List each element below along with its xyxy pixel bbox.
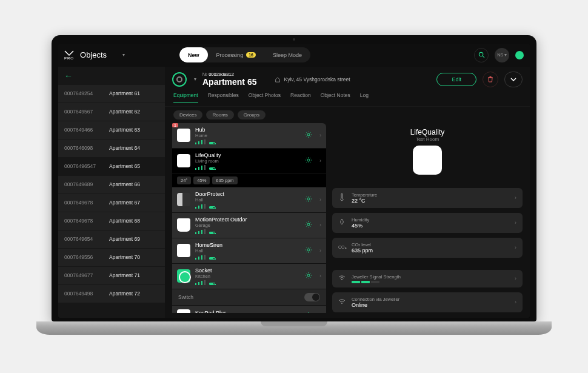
humidity-icon [338, 218, 347, 227]
chevron-right-icon: › [319, 273, 321, 279]
chevron-down-icon[interactable]: ▾ [194, 76, 196, 82]
gear-icon[interactable] [305, 156, 312, 165]
object-list: 0007649254Apartment 61 0007649567Apartme… [58, 85, 165, 318]
tab-object-notes[interactable]: Object Notes [321, 92, 350, 102]
brand-logo: PRO [64, 50, 74, 60]
user-avatar[interactable]: NS ▾ [495, 48, 509, 62]
co2-icon: CO₂ [338, 244, 347, 251]
device-icon [177, 269, 190, 283]
object-item[interactable]: 0007649689Apartment 66 [58, 176, 165, 194]
filter-devices[interactable]: Devices [173, 110, 202, 119]
object-item[interactable]: 0007649254Apartment 61 [58, 85, 165, 103]
gear-icon[interactable] [305, 195, 312, 204]
filter-rooms[interactable]: Rooms [206, 110, 233, 119]
camera [293, 38, 295, 41]
tab-processing[interactable]: Processing 16 [208, 47, 264, 62]
device-item-socket[interactable]: SocketKitchen › [172, 264, 326, 289]
svg-point-3 [307, 159, 310, 161]
object-sidebar: ← 0007649254Apartment 61 0007649567Apart… [58, 67, 165, 318]
detail-device-image [413, 146, 442, 175]
section-dropdown[interactable]: Objects ▾ [80, 50, 125, 59]
object-number: № 00029da812 [202, 72, 256, 77]
processing-count-badge: 16 [246, 52, 256, 58]
object-item[interactable]: 0007649556Apartment 70 [58, 249, 165, 267]
search-icon [478, 52, 485, 58]
main-panel: ▾ № 00029da812 Apartment 65 Kyiv, 45 Vys… [165, 67, 530, 318]
tab-log[interactable]: Log [360, 92, 369, 102]
svg-text:CO₂: CO₂ [338, 245, 347, 249]
object-item-selected[interactable]: 00076496547Apartment 65 [58, 158, 165, 176]
gear-icon[interactable] [305, 221, 312, 229]
chevron-down-icon: ▾ [122, 52, 125, 58]
detail-title: LifeQuality [332, 128, 523, 136]
device-readings: 24° 45% 635 ppm [172, 174, 326, 187]
gear-icon[interactable] [305, 246, 312, 255]
svg-point-4 [307, 198, 310, 200]
metric-co2[interactable]: CO₂ CO₂ level635 ppm › [332, 238, 523, 258]
svg-point-11 [341, 303, 342, 304]
section-label: Objects [80, 50, 107, 59]
edit-button[interactable]: Edit [436, 73, 476, 86]
tab-responsibles[interactable]: Responsibles [208, 92, 239, 102]
trash-icon [487, 76, 493, 82]
device-item-keypad[interactable]: KeyPad PlusHall › [172, 306, 326, 313]
chevron-right-icon: › [515, 244, 516, 250]
metric-humidity[interactable]: Humidity45% › [332, 213, 523, 233]
alert-badge: 1 [172, 123, 178, 127]
object-item[interactable]: 0007649466Apartment 63 [58, 121, 165, 139]
expand-button[interactable] [504, 72, 523, 87]
switch-toggle[interactable] [304, 293, 320, 301]
metric-temperature[interactable]: Temperature22 °C › [332, 188, 523, 208]
object-item[interactable]: 0007649498Apartment 72 [58, 285, 165, 303]
laptop-base [36, 321, 552, 335]
tab-object-photos[interactable]: Object Photos [249, 92, 281, 102]
search-button[interactable] [474, 48, 489, 62]
device-item-hub[interactable]: 1 Hub Home › [172, 123, 326, 148]
detail-panel: LifeQuality Test Room Temperature22 °C › [332, 123, 523, 313]
device-item-homesiren[interactable]: HomeSirenHall › [172, 238, 326, 263]
tab-equipment[interactable]: Equipment [173, 92, 198, 102]
device-icon [177, 154, 190, 167]
object-item[interactable]: 0007646098Apartment 64 [58, 139, 165, 158]
filter-groups[interactable]: Groups [238, 110, 266, 119]
svg-point-5 [307, 223, 310, 226]
object-item[interactable]: 0007649678Apartment 67 [58, 194, 165, 212]
top-bar: PRO Objects ▾ New Processing 16 Sleep Mo… [58, 44, 530, 67]
tab-reaction[interactable]: Reaction [290, 92, 311, 102]
chevron-right-icon: › [515, 275, 516, 281]
object-title: Apartment 65 [202, 77, 256, 87]
signal-icon [338, 298, 347, 306]
delete-button[interactable] [483, 72, 498, 87]
object-item[interactable]: 0007649567Apartment 62 [58, 103, 165, 121]
gear-icon[interactable] [305, 131, 312, 139]
chevron-right-icon: › [319, 247, 321, 254]
device-item-motionprotect[interactable]: MotionProtect OutdorGarage › [172, 213, 326, 238]
title-block: № 00029da812 Apartment 65 [202, 72, 256, 87]
tab-sleep[interactable]: Sleep Mode [264, 47, 310, 62]
app-screen: PRO Objects ▾ New Processing 16 Sleep Mo… [58, 44, 530, 318]
object-item[interactable]: 0007649678Apartment 68 [58, 212, 165, 230]
bezel: PRO Objects ▾ New Processing 16 Sleep Mo… [52, 35, 536, 321]
object-item[interactable]: 0007649677Apartment 71 [58, 267, 165, 285]
svg-point-0 [479, 52, 483, 56]
arm-status-button[interactable] [172, 72, 187, 87]
object-header: ▾ № 00029da812 Apartment 65 Kyiv, 45 Vys… [165, 67, 530, 92]
chevron-right-icon: › [515, 299, 516, 305]
device-item-lifequality[interactable]: LifeQuality Living room › [172, 149, 326, 173]
reading-humidity: 45% [193, 176, 210, 184]
device-item-doorprotect[interactable]: DoorProtectHall › [172, 187, 326, 212]
home-icon [275, 76, 281, 82]
tab-new[interactable]: New [179, 47, 208, 62]
gear-icon[interactable] [305, 272, 312, 280]
status-indicator[interactable] [515, 51, 524, 59]
back-arrow-icon[interactable]: ← [64, 71, 73, 81]
chevron-right-icon: › [319, 132, 321, 138]
svg-line-1 [483, 56, 484, 58]
chevron-right-icon: › [319, 197, 321, 203]
detail-header: LifeQuality Test Room [332, 123, 523, 183]
object-item[interactable]: 0007649654Apartment 69 [58, 230, 165, 249]
gear-icon[interactable] [305, 312, 312, 313]
device-info: Hub Home [195, 127, 300, 144]
metric-connection[interactable]: Connection via JewellerOnline › [332, 292, 523, 312]
metric-signal[interactable]: Jeweller Signal Strength › [332, 270, 523, 287]
